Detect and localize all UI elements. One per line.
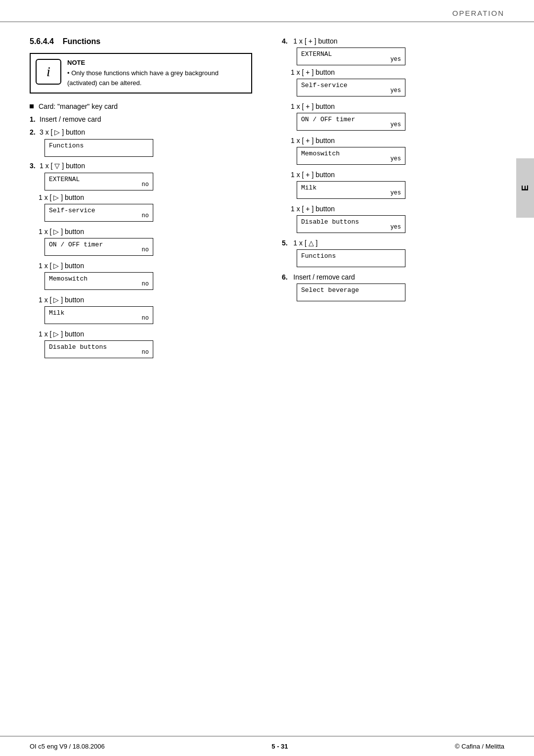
- right-step-5: 5. 1 x [ △ ] Functions: [282, 239, 504, 267]
- right-step-6-num: 6.: [282, 273, 288, 281]
- step-3-display: EXTERNAL no: [44, 173, 153, 190]
- right-sub-step-3: 1 x [ + ] button Memoswitch yes: [282, 137, 504, 165]
- left-sub-step-1: 1 x [ ▷ ] button Self-service no: [30, 193, 252, 222]
- right-sub-step-2-display: ON / OFF timer yes: [297, 113, 405, 131]
- right-step-6-text: Insert / remove card: [293, 273, 355, 281]
- note-title: NOTE: [67, 59, 246, 66]
- right-sub-step-1-display: Self-service yes: [297, 79, 405, 96]
- right-step-4: 4. 1 x [ + ] button EXTERNAL yes 1 x [ +…: [282, 37, 504, 233]
- step-1: 1. Insert / remove card: [30, 115, 252, 123]
- right-step-5-text: 1 x [ △ ]: [293, 239, 317, 247]
- right-step-6-display: Select beverage: [297, 284, 405, 301]
- right-step-5-line: 5. 1 x [ △ ]: [282, 239, 504, 247]
- step-1-line: 1. Insert / remove card: [30, 115, 252, 123]
- step-3-num: 3.: [30, 162, 40, 170]
- left-sub-step-5-line: 1 x [ ▷ ] button: [39, 330, 252, 338]
- right-sub-step-1: 1 x [ + ] button Self-service yes: [282, 68, 504, 96]
- side-tab: E: [516, 158, 534, 218]
- section-number: 5.6.4.4: [30, 37, 54, 46]
- right-step-4-num: 4.: [282, 37, 288, 45]
- bullet-icon: [30, 104, 34, 108]
- step-2-display: Functions: [44, 139, 153, 157]
- right-step-6: 6. Insert / remove card Select beverage: [282, 273, 504, 301]
- step-1-num: 1.: [30, 115, 40, 123]
- bullet-item: Card: "manager" key card: [30, 102, 252, 110]
- note-icon: i: [36, 59, 61, 85]
- right-step-4-text: 1 x [ + ] button: [293, 37, 337, 45]
- step-3-box-value: no: [142, 181, 149, 188]
- right-column: 4. 1 x [ + ] button EXTERNAL yes 1 x [ +…: [272, 37, 504, 364]
- left-sub-step-2-line: 1 x [ ▷ ] button: [39, 228, 252, 236]
- left-sub-step-3-display: Memoswitch no: [44, 272, 153, 290]
- note-bullet: •: [67, 69, 71, 77]
- right-sub-step-4-display: Milk yes: [297, 181, 405, 199]
- left-sub-step-1-text: 1 x [ ▷ ] button: [39, 193, 84, 201]
- section-title: Functions: [63, 37, 100, 46]
- left-sub-step-3: 1 x [ ▷ ] button Memoswitch no: [30, 262, 252, 290]
- right-step-4-display: EXTERNAL yes: [297, 47, 405, 65]
- footer-right: © Cafina / Melitta: [455, 743, 504, 750]
- step-3-text: 1 x [ ▽ ] button: [40, 162, 85, 170]
- bullet-text: Card: "manager" key card: [39, 102, 118, 110]
- step-2-box-label: Functions: [49, 142, 84, 149]
- right-sub-step-2: 1 x [ + ] button ON / OFF timer yes: [282, 102, 504, 131]
- right-sub-step-5: 1 x [ + ] button Disable buttons yes: [282, 205, 504, 233]
- right-step-5-display: Functions: [297, 249, 405, 267]
- page-footer: OI c5 eng V9 / 18.08.2006 5 - 31 © Cafin…: [0, 736, 534, 756]
- page-header: Operation: [0, 0, 534, 22]
- left-sub-step-5: 1 x [ ▷ ] button Disable buttons no: [30, 330, 252, 358]
- left-sub-step-5-text: 1 x [ ▷ ] button: [39, 330, 84, 338]
- right-sub-step-3-display: Memoswitch yes: [297, 147, 405, 165]
- left-sub-step-4-text: 1 x [ ▷ ] button: [39, 296, 84, 304]
- left-sub-step-4-display: Milk no: [44, 306, 153, 324]
- step-2-line: 2. 3 x [ ▷ ] button: [30, 128, 252, 136]
- note-text: • Only those functions which have a grey…: [67, 68, 246, 88]
- note-content: NOTE • Only those functions which have a…: [67, 59, 246, 88]
- step-3: 3. 1 x [ ▽ ] button EXTERNAL no 1 x [ ▷ …: [30, 162, 252, 358]
- right-sub-step-4: 1 x [ + ] button Milk yes: [282, 171, 504, 199]
- left-sub-step-2-display: ON / OFF timer no: [44, 238, 153, 256]
- step-2-num: 2.: [30, 128, 40, 136]
- step-2-text: 3 x [ ▷ ] button: [40, 128, 85, 136]
- step-1-text: Insert / remove card: [40, 115, 101, 123]
- header-title: Operation: [452, 9, 504, 17]
- step-3-box-label: EXTERNAL: [49, 176, 80, 183]
- right-step-4-line: 4. 1 x [ + ] button: [282, 37, 504, 45]
- right-sub-step-5-display: Disable buttons yes: [297, 215, 405, 233]
- left-column: 5.6.4.4 Functions i NOTE • Only those fu…: [30, 37, 262, 364]
- left-sub-step-2: 1 x [ ▷ ] button ON / OFF timer no: [30, 228, 252, 256]
- main-content: 5.6.4.4 Functions i NOTE • Only those fu…: [0, 22, 534, 379]
- left-sub-step-3-line: 1 x [ ▷ ] button: [39, 262, 252, 270]
- section-heading: 5.6.4.4 Functions: [30, 37, 252, 46]
- left-sub-step-3-text: 1 x [ ▷ ] button: [39, 262, 84, 270]
- left-sub-step-2-text: 1 x [ ▷ ] button: [39, 228, 84, 236]
- footer-center: 5 - 31: [271, 743, 288, 750]
- note-box: i NOTE • Only those functions which have…: [30, 53, 252, 94]
- left-sub-step-4-line: 1 x [ ▷ ] button: [39, 296, 252, 304]
- right-step-5-num: 5.: [282, 239, 288, 247]
- side-tab-label: E: [520, 185, 531, 191]
- left-sub-step-1-display: Self-service no: [44, 204, 153, 222]
- left-sub-step-1-line: 1 x [ ▷ ] button: [39, 193, 252, 201]
- left-sub-step-5-display: Disable buttons no: [44, 340, 153, 358]
- left-sub-step-4: 1 x [ ▷ ] button Milk no: [30, 296, 252, 324]
- right-step-6-line: 6. Insert / remove card: [282, 273, 504, 281]
- footer-left: OI c5 eng V9 / 18.08.2006: [30, 743, 105, 750]
- page-container: Operation E 5.6.4.4 Functions i NOTE •: [0, 0, 534, 756]
- step-2: 2. 3 x [ ▷ ] button Functions: [30, 128, 252, 157]
- step-3-line: 3. 1 x [ ▽ ] button: [30, 162, 252, 170]
